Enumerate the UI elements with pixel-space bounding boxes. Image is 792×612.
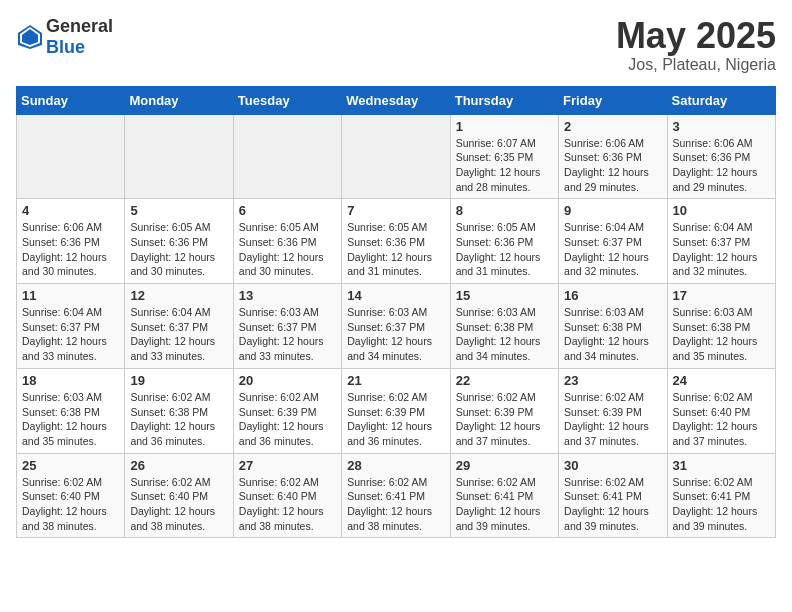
day-number: 31	[673, 458, 770, 473]
calendar-week-5: 25Sunrise: 6:02 AM Sunset: 6:40 PM Dayli…	[17, 453, 776, 538]
calendar-week-4: 18Sunrise: 6:03 AM Sunset: 6:38 PM Dayli…	[17, 368, 776, 453]
calendar-cell: 7Sunrise: 6:05 AM Sunset: 6:36 PM Daylig…	[342, 199, 450, 284]
weekday-header-tuesday: Tuesday	[233, 86, 341, 114]
weekday-header-sunday: Sunday	[17, 86, 125, 114]
day-info: Sunrise: 6:02 AM Sunset: 6:40 PM Dayligh…	[239, 475, 336, 534]
weekday-header-monday: Monday	[125, 86, 233, 114]
calendar-cell: 30Sunrise: 6:02 AM Sunset: 6:41 PM Dayli…	[559, 453, 667, 538]
day-number: 4	[22, 203, 119, 218]
calendar-week-3: 11Sunrise: 6:04 AM Sunset: 6:37 PM Dayli…	[17, 284, 776, 369]
day-info: Sunrise: 6:06 AM Sunset: 6:36 PM Dayligh…	[22, 220, 119, 279]
calendar-cell: 28Sunrise: 6:02 AM Sunset: 6:41 PM Dayli…	[342, 453, 450, 538]
day-number: 19	[130, 373, 227, 388]
day-number: 14	[347, 288, 444, 303]
day-info: Sunrise: 6:02 AM Sunset: 6:41 PM Dayligh…	[564, 475, 661, 534]
day-number: 3	[673, 119, 770, 134]
calendar-cell: 1Sunrise: 6:07 AM Sunset: 6:35 PM Daylig…	[450, 114, 558, 199]
calendar-cell	[17, 114, 125, 199]
day-number: 20	[239, 373, 336, 388]
calendar-cell: 31Sunrise: 6:02 AM Sunset: 6:41 PM Dayli…	[667, 453, 775, 538]
day-number: 22	[456, 373, 553, 388]
day-info: Sunrise: 6:07 AM Sunset: 6:35 PM Dayligh…	[456, 136, 553, 195]
day-info: Sunrise: 6:02 AM Sunset: 6:38 PM Dayligh…	[130, 390, 227, 449]
day-number: 2	[564, 119, 661, 134]
logo-blue-text: Blue	[46, 37, 85, 57]
page-header: General Blue May 2025 Jos, Plateau, Nige…	[16, 16, 776, 74]
calendar-cell	[233, 114, 341, 199]
weekday-header-friday: Friday	[559, 86, 667, 114]
day-number: 5	[130, 203, 227, 218]
day-info: Sunrise: 6:03 AM Sunset: 6:38 PM Dayligh…	[456, 305, 553, 364]
day-number: 28	[347, 458, 444, 473]
weekday-header-row: SundayMondayTuesdayWednesdayThursdayFrid…	[17, 86, 776, 114]
day-number: 29	[456, 458, 553, 473]
calendar-cell: 4Sunrise: 6:06 AM Sunset: 6:36 PM Daylig…	[17, 199, 125, 284]
calendar-subtitle: Jos, Plateau, Nigeria	[616, 56, 776, 74]
weekday-header-wednesday: Wednesday	[342, 86, 450, 114]
calendar-cell: 23Sunrise: 6:02 AM Sunset: 6:39 PM Dayli…	[559, 368, 667, 453]
day-number: 12	[130, 288, 227, 303]
logo: General Blue	[16, 16, 113, 58]
calendar-cell: 3Sunrise: 6:06 AM Sunset: 6:36 PM Daylig…	[667, 114, 775, 199]
calendar-cell: 11Sunrise: 6:04 AM Sunset: 6:37 PM Dayli…	[17, 284, 125, 369]
day-info: Sunrise: 6:03 AM Sunset: 6:38 PM Dayligh…	[22, 390, 119, 449]
calendar-cell: 22Sunrise: 6:02 AM Sunset: 6:39 PM Dayli…	[450, 368, 558, 453]
day-number: 23	[564, 373, 661, 388]
day-number: 13	[239, 288, 336, 303]
calendar-cell: 9Sunrise: 6:04 AM Sunset: 6:37 PM Daylig…	[559, 199, 667, 284]
day-info: Sunrise: 6:02 AM Sunset: 6:41 PM Dayligh…	[673, 475, 770, 534]
day-info: Sunrise: 6:04 AM Sunset: 6:37 PM Dayligh…	[673, 220, 770, 279]
day-number: 24	[673, 373, 770, 388]
calendar-cell: 16Sunrise: 6:03 AM Sunset: 6:38 PM Dayli…	[559, 284, 667, 369]
day-number: 1	[456, 119, 553, 134]
day-info: Sunrise: 6:03 AM Sunset: 6:38 PM Dayligh…	[564, 305, 661, 364]
day-info: Sunrise: 6:03 AM Sunset: 6:37 PM Dayligh…	[239, 305, 336, 364]
day-info: Sunrise: 6:02 AM Sunset: 6:40 PM Dayligh…	[22, 475, 119, 534]
day-number: 18	[22, 373, 119, 388]
calendar-cell: 12Sunrise: 6:04 AM Sunset: 6:37 PM Dayli…	[125, 284, 233, 369]
day-number: 25	[22, 458, 119, 473]
calendar-cell: 5Sunrise: 6:05 AM Sunset: 6:36 PM Daylig…	[125, 199, 233, 284]
day-number: 9	[564, 203, 661, 218]
day-info: Sunrise: 6:02 AM Sunset: 6:39 PM Dayligh…	[456, 390, 553, 449]
calendar-cell: 27Sunrise: 6:02 AM Sunset: 6:40 PM Dayli…	[233, 453, 341, 538]
day-info: Sunrise: 6:02 AM Sunset: 6:39 PM Dayligh…	[239, 390, 336, 449]
day-number: 15	[456, 288, 553, 303]
calendar-cell: 20Sunrise: 6:02 AM Sunset: 6:39 PM Dayli…	[233, 368, 341, 453]
calendar-cell: 13Sunrise: 6:03 AM Sunset: 6:37 PM Dayli…	[233, 284, 341, 369]
day-number: 6	[239, 203, 336, 218]
day-number: 26	[130, 458, 227, 473]
calendar-cell: 14Sunrise: 6:03 AM Sunset: 6:37 PM Dayli…	[342, 284, 450, 369]
day-info: Sunrise: 6:04 AM Sunset: 6:37 PM Dayligh…	[564, 220, 661, 279]
day-info: Sunrise: 6:04 AM Sunset: 6:37 PM Dayligh…	[130, 305, 227, 364]
calendar-cell: 17Sunrise: 6:03 AM Sunset: 6:38 PM Dayli…	[667, 284, 775, 369]
calendar-table: SundayMondayTuesdayWednesdayThursdayFrid…	[16, 86, 776, 539]
day-info: Sunrise: 6:02 AM Sunset: 6:40 PM Dayligh…	[130, 475, 227, 534]
day-info: Sunrise: 6:03 AM Sunset: 6:38 PM Dayligh…	[673, 305, 770, 364]
day-number: 11	[22, 288, 119, 303]
weekday-header-thursday: Thursday	[450, 86, 558, 114]
day-info: Sunrise: 6:06 AM Sunset: 6:36 PM Dayligh…	[564, 136, 661, 195]
day-info: Sunrise: 6:05 AM Sunset: 6:36 PM Dayligh…	[130, 220, 227, 279]
calendar-week-2: 4Sunrise: 6:06 AM Sunset: 6:36 PM Daylig…	[17, 199, 776, 284]
calendar-cell: 6Sunrise: 6:05 AM Sunset: 6:36 PM Daylig…	[233, 199, 341, 284]
day-number: 30	[564, 458, 661, 473]
day-info: Sunrise: 6:02 AM Sunset: 6:39 PM Dayligh…	[347, 390, 444, 449]
day-number: 16	[564, 288, 661, 303]
calendar-cell: 19Sunrise: 6:02 AM Sunset: 6:38 PM Dayli…	[125, 368, 233, 453]
logo-icon	[16, 23, 44, 51]
calendar-cell: 8Sunrise: 6:05 AM Sunset: 6:36 PM Daylig…	[450, 199, 558, 284]
day-info: Sunrise: 6:05 AM Sunset: 6:36 PM Dayligh…	[347, 220, 444, 279]
title-block: May 2025 Jos, Plateau, Nigeria	[616, 16, 776, 74]
day-info: Sunrise: 6:02 AM Sunset: 6:39 PM Dayligh…	[564, 390, 661, 449]
day-info: Sunrise: 6:02 AM Sunset: 6:41 PM Dayligh…	[456, 475, 553, 534]
calendar-cell: 21Sunrise: 6:02 AM Sunset: 6:39 PM Dayli…	[342, 368, 450, 453]
calendar-cell: 24Sunrise: 6:02 AM Sunset: 6:40 PM Dayli…	[667, 368, 775, 453]
calendar-title: May 2025	[616, 16, 776, 56]
day-info: Sunrise: 6:05 AM Sunset: 6:36 PM Dayligh…	[456, 220, 553, 279]
day-info: Sunrise: 6:03 AM Sunset: 6:37 PM Dayligh…	[347, 305, 444, 364]
day-number: 8	[456, 203, 553, 218]
day-number: 7	[347, 203, 444, 218]
calendar-cell: 26Sunrise: 6:02 AM Sunset: 6:40 PM Dayli…	[125, 453, 233, 538]
calendar-cell	[125, 114, 233, 199]
